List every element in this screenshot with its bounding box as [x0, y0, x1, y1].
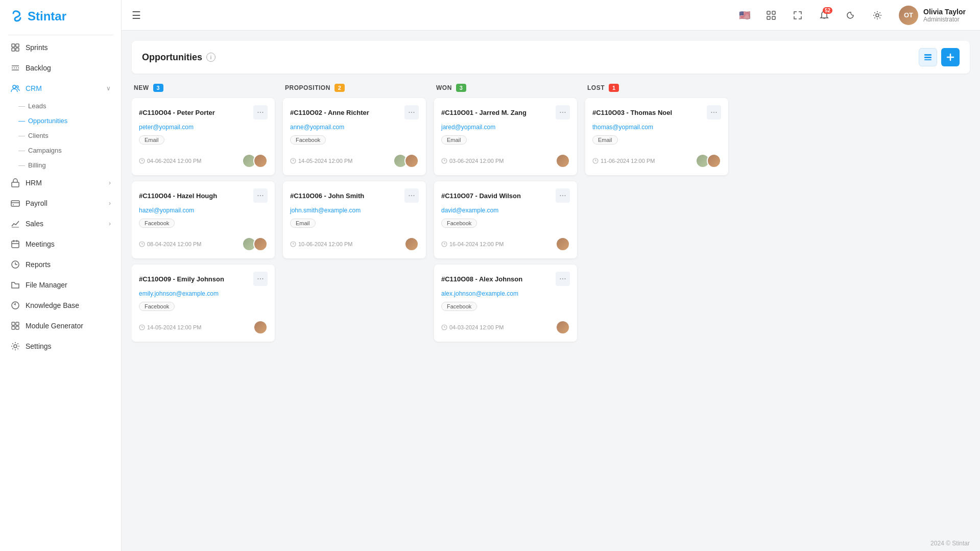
user-menu-button[interactable]: OT Olivia Taylor Administrator: [895, 4, 970, 27]
knowledge-base-icon: [10, 300, 20, 310]
svg-point-24: [14, 345, 17, 348]
sidebar-item-opportunities[interactable]: — Opportunities: [0, 113, 121, 128]
svg-rect-2: [12, 48, 15, 51]
sidebar-label-campaigns: Campaigns: [28, 147, 62, 154]
card-tag: Email: [441, 135, 467, 145]
sidebar-item-file-manager[interactable]: File Manager: [0, 275, 121, 295]
avatar-1: [556, 320, 570, 334]
card-menu-button[interactable]: ···: [253, 105, 268, 119]
hrm-arrow-icon: ›: [109, 179, 111, 186]
card-email: hazel@yopmail.com: [139, 207, 268, 214]
card-menu-button[interactable]: ···: [556, 188, 570, 203]
card-date: 10-06-2024 12:00 PM: [290, 241, 352, 247]
card-tag-row: Facebook: [441, 301, 570, 316]
card-menu-button[interactable]: ···: [556, 105, 570, 119]
card-title: #C110O06 - John Smith: [290, 192, 364, 200]
sidebar-label-backlog: Backlog: [26, 64, 51, 72]
avatar-1: [556, 154, 570, 168]
sidebar-item-leads[interactable]: — Leads: [0, 99, 121, 113]
card-tag: Facebook: [290, 135, 326, 145]
card-menu-button[interactable]: ···: [404, 188, 419, 203]
sidebar-label-clients: Clients: [28, 132, 49, 139]
card-C110O09[interactable]: #C110O09 - Emily Johnson ··· emily.johns…: [132, 265, 275, 342]
sidebar-item-clients[interactable]: — Clients: [0, 128, 121, 143]
svg-rect-21: [16, 322, 19, 325]
clock-icon: [592, 158, 599, 164]
apps-icon: [766, 10, 776, 20]
gear-button[interactable]: [868, 6, 887, 25]
card-C110O02[interactable]: #C110O02 - Anne Richter ··· anne@yopmail…: [283, 98, 426, 175]
card-C110O06[interactable]: #C110O06 - John Smith ··· john.smith@exa…: [283, 181, 426, 258]
card-footer: 10-06-2024 12:00 PM: [290, 237, 419, 251]
expand-button[interactable]: [788, 6, 807, 25]
column-header-won: WON 3: [434, 84, 577, 92]
card-avatars: [242, 237, 268, 251]
dash-icon-billing: —: [18, 161, 25, 169]
card-footer: 04-06-2024 12:00 PM: [139, 154, 268, 168]
card-tag-row: Email: [592, 135, 721, 150]
column-count-new: 3: [153, 84, 163, 92]
card-avatars: [393, 154, 419, 168]
sidebar-item-sprints[interactable]: Sprints: [0, 37, 121, 58]
dash-icon-leads: —: [18, 102, 25, 110]
payroll-icon: [10, 198, 20, 208]
footer: 2024 © Stintar: [122, 536, 980, 551]
svg-point-12: [13, 204, 14, 205]
sidebar-label-reports: Reports: [26, 260, 51, 269]
sidebar-item-module-generator[interactable]: Module Generator: [0, 316, 121, 336]
gear-icon: [872, 10, 882, 20]
card-C110O08[interactable]: #C110O08 - Alex Johnson ··· alex.johnson…: [434, 265, 577, 342]
sidebar-item-backlog[interactable]: Backlog: [0, 58, 121, 78]
sidebar-item-billing[interactable]: — Billing: [0, 158, 121, 173]
sidebar-label-settings: Settings: [26, 342, 52, 350]
list-view-button[interactable]: [919, 48, 937, 66]
info-icon[interactable]: i: [206, 53, 216, 62]
sidebar-item-settings[interactable]: Settings: [0, 336, 121, 356]
sidebar-item-meetings[interactable]: Meetings: [0, 234, 121, 254]
card-C110O01[interactable]: #C110O01 - Jarred M. Zang ··· jared@yopm…: [434, 98, 577, 175]
footer-text: 2024 © Stintar: [930, 540, 970, 547]
card-avatars: [556, 320, 570, 334]
sidebar-item-knowledge-base[interactable]: Knowledge Base: [0, 295, 121, 316]
sidebar-item-crm[interactable]: CRM ∨: [0, 78, 121, 99]
svg-rect-22: [12, 326, 15, 329]
dark-mode-button[interactable]: [842, 6, 860, 25]
sidebar-item-sales[interactable]: Sales ›: [0, 213, 121, 234]
card-menu-button[interactable]: ···: [253, 272, 268, 286]
card-C110O07[interactable]: #C110O07 - David Wilson ··· david@exampl…: [434, 181, 577, 258]
card-footer: 11-06-2024 12:00 PM: [592, 154, 721, 168]
header: ☰ 🇺🇸 52 OT Olivia Taylor Admi: [122, 0, 980, 31]
column-new: NEW 3 #C110O04 - Peter Porter ··· peter@…: [132, 84, 275, 348]
flag-button[interactable]: 🇺🇸: [735, 6, 754, 25]
avatar-2: [404, 154, 419, 168]
card-avatars: [556, 237, 570, 251]
card-tag: Facebook: [139, 302, 175, 311]
column-title-won: WON: [436, 84, 452, 91]
card-C110O04[interactable]: #C110O04 - Peter Porter ··· peter@yopmai…: [132, 98, 275, 175]
sidebar-label-sprints: Sprints: [26, 43, 48, 52]
card-header: #C110O09 - Emily Johnson ···: [139, 272, 268, 286]
sidebar-item-hrm[interactable]: HRM ›: [0, 173, 121, 193]
sidebar-label-payroll: Payroll: [26, 199, 47, 207]
moon-icon: [846, 10, 856, 20]
card-menu-button[interactable]: ···: [707, 105, 721, 119]
column-header-proposition: PROPOSITION 2: [283, 84, 426, 92]
card-C110O04b[interactable]: #C110O04 - Hazel Hough ··· hazel@yopmail…: [132, 181, 275, 258]
sidebar-item-campaigns[interactable]: — Campaigns: [0, 143, 121, 158]
plus-icon: [946, 53, 955, 62]
column-won: WON 3 #C110O01 - Jarred M. Zang ··· jare…: [434, 84, 577, 348]
card-email: anne@yopmail.com: [290, 124, 419, 131]
card-menu-button[interactable]: ···: [556, 272, 570, 286]
card-C110O03[interactable]: #C110O03 - Thomas Noel ··· thomas@yopmai…: [585, 98, 728, 175]
sidebar-label-crm: CRM: [26, 84, 42, 92]
sidebar-item-payroll[interactable]: Payroll ›: [0, 193, 121, 213]
menu-toggle-button[interactable]: ☰: [132, 9, 141, 21]
card-menu-button[interactable]: ···: [404, 105, 419, 119]
sidebar-item-reports[interactable]: Reports: [0, 254, 121, 275]
card-date: 08-04-2024 12:00 PM: [139, 241, 201, 247]
card-menu-button[interactable]: ···: [253, 188, 268, 203]
sidebar-label-billing: Billing: [28, 161, 46, 169]
add-button[interactable]: [941, 48, 960, 66]
notification-button[interactable]: 52: [815, 6, 833, 25]
apps-button[interactable]: [762, 6, 780, 25]
